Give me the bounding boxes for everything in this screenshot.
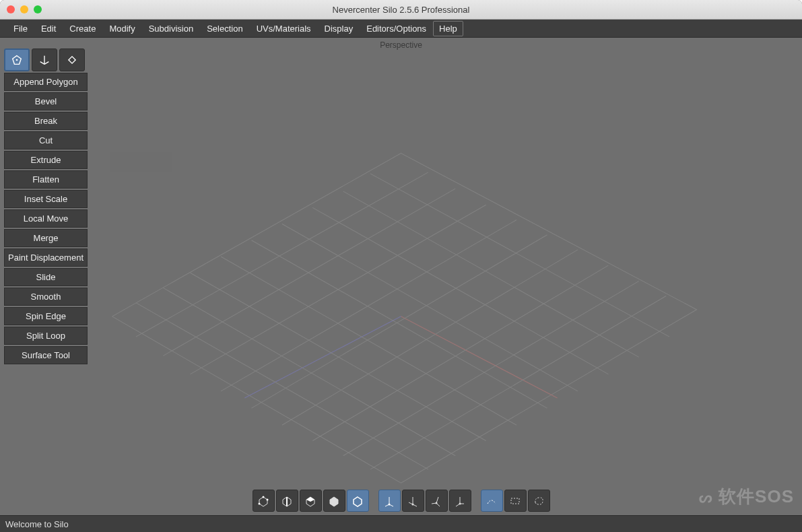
lasso-select-button[interactable] [528, 490, 550, 512]
area-select-icon [508, 494, 522, 508]
svg-point-28 [267, 498, 269, 500]
tool-break[interactable]: Break [4, 112, 88, 130]
face-icon [304, 494, 317, 508]
manip-world-button[interactable] [378, 490, 401, 512]
menu-create[interactable]: Create [63, 21, 102, 36]
svg-line-15 [251, 235, 547, 408]
titlebar: Nevercenter Silo 2.5.6 Professional [0, 0, 802, 20]
tool-smooth[interactable]: Smooth [4, 288, 88, 306]
tool-list: Append Polygon Bevel Break Cut Extrude F… [4, 73, 88, 364]
svg-point-27 [263, 496, 265, 498]
manip-screen-button[interactable] [449, 490, 471, 512]
tool-bevel[interactable]: Bevel [4, 92, 88, 110]
axis-world-icon [382, 494, 396, 508]
svg-line-14 [282, 250, 578, 425]
tool-extrude[interactable]: Extrude [4, 151, 88, 169]
axis-local-icon [406, 494, 420, 508]
grid-plane [0, 38, 802, 514]
tool-tab-primitive[interactable] [59, 48, 85, 71]
tool-cut[interactable]: Cut [4, 131, 88, 149]
svg-point-39 [389, 503, 391, 505]
statusbar: Welcome to Silo [0, 515, 802, 532]
tool-local-move[interactable]: Local Move [4, 209, 88, 228]
svg-line-18 [163, 189, 455, 356]
menu-edit[interactable]: Edit [34, 21, 63, 36]
viewport[interactable]: Perspective [0, 38, 802, 515]
svg-point-43 [412, 503, 414, 505]
svg-line-7 [282, 224, 578, 391]
svg-point-21 [16, 59, 18, 61]
svg-marker-34 [330, 497, 338, 506]
menu-file[interactable]: File [7, 21, 34, 36]
svg-point-29 [259, 502, 261, 504]
menu-display[interactable]: Display [318, 21, 360, 36]
tool-append-polygon[interactable]: Append Polygon [4, 73, 88, 91]
maximize-window-button[interactable] [34, 5, 42, 13]
vertex-mode-button[interactable] [253, 490, 275, 512]
axis-screen-icon [453, 494, 467, 508]
svg-line-11 [370, 296, 666, 469]
object-icon [327, 494, 341, 508]
soft-select-button[interactable] [481, 490, 503, 512]
tool-slide[interactable]: Slide [4, 268, 88, 286]
svg-line-9 [343, 191, 639, 357]
manip-local-button[interactable] [402, 490, 424, 512]
tool-panel-tabs [4, 48, 88, 71]
menu-modify[interactable]: Modify [102, 21, 141, 36]
svg-line-24 [44, 62, 48, 65]
area-select-button[interactable] [504, 490, 527, 512]
svg-line-4 [191, 273, 486, 440]
menubar: File Edit Create Modify Subdivision Sele… [0, 20, 802, 38]
tool-paint-displacement[interactable]: Paint Displacement [4, 248, 88, 267]
menu-uvs-materials[interactable]: UVs/Materials [250, 21, 318, 36]
soft-select-icon [485, 494, 498, 508]
bottom-toolbar [0, 490, 802, 512]
tool-tab-transform[interactable] [32, 48, 57, 71]
minimize-window-button[interactable] [20, 5, 28, 13]
multi-icon [351, 494, 364, 508]
svg-marker-33 [306, 497, 314, 502]
tool-surface-tool[interactable]: Surface Tool [4, 346, 88, 364]
svg-point-47 [436, 502, 438, 504]
manipulator-group [378, 490, 471, 512]
svg-line-3 [163, 288, 455, 455]
vertex-icon [257, 494, 270, 508]
selection-tool-group [481, 490, 550, 512]
menu-help[interactable]: Help [433, 21, 463, 36]
svg-line-8 [312, 207, 608, 374]
svg-marker-26 [259, 497, 267, 506]
tool-panel: Append Polygon Bevel Break Cut Extrude F… [4, 48, 88, 364]
edge-mode-button[interactable] [276, 490, 298, 512]
svg-point-51 [459, 502, 461, 504]
diamond-icon [66, 54, 78, 66]
window-title: Nevercenter Silo 2.5.6 Professional [0, 5, 802, 15]
tool-split-loop[interactable]: Split Loop [4, 327, 88, 345]
tool-inset-scale[interactable]: Inset Scale [4, 190, 88, 208]
svg-line-19 [136, 172, 428, 337]
tool-merge[interactable]: Merge [4, 229, 88, 247]
edge-icon [280, 494, 294, 508]
svg-marker-35 [354, 497, 362, 506]
menu-subdivision[interactable]: Subdivision [142, 21, 201, 36]
object-mode-button[interactable] [323, 490, 345, 512]
svg-rect-52 [511, 498, 519, 504]
face-mode-button[interactable] [300, 490, 322, 512]
menu-selection[interactable]: Selection [200, 21, 249, 36]
tool-tab-mesh[interactable] [4, 48, 30, 71]
app-window: Nevercenter Silo 2.5.6 Professional File… [0, 0, 802, 532]
tool-spin-edge[interactable]: Spin Edge [4, 307, 88, 325]
manip-normal-button[interactable] [426, 490, 448, 512]
svg-line-12 [343, 281, 639, 455]
axis-normal-icon [430, 494, 443, 508]
window-controls [7, 5, 42, 13]
svg-line-0 [401, 317, 557, 398]
selection-mode-group [253, 490, 369, 512]
close-window-button[interactable] [7, 5, 15, 13]
multi-mode-button[interactable] [347, 490, 369, 512]
menu-editors-options[interactable]: Editors/Options [360, 21, 433, 36]
tool-flatten[interactable]: Flatten [4, 170, 88, 189]
svg-line-13 [312, 265, 608, 440]
axis-icon [38, 54, 51, 66]
bottom-toolbar-inner [248, 490, 555, 512]
svg-line-2 [136, 303, 428, 469]
